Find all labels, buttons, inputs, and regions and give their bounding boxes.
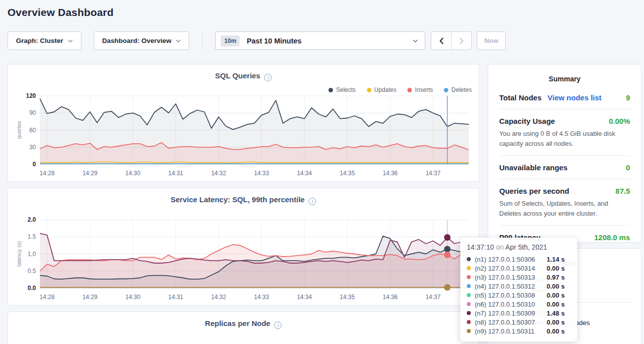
tooltip-row: (n4) 127.0.0.1:503120.00 s bbox=[467, 282, 571, 291]
svg-text:1.0: 1.0 bbox=[27, 251, 36, 258]
tooltip-row: (n2) 127.0.0.1:503140.00 s bbox=[467, 264, 571, 273]
series-dot bbox=[467, 266, 471, 270]
series-dot bbox=[467, 257, 471, 261]
svg-text:14:37: 14:37 bbox=[425, 294, 440, 301]
svg-text:14:29: 14:29 bbox=[82, 294, 97, 301]
svg-text:14:28: 14:28 bbox=[39, 170, 54, 177]
qps-desc: Sum of Selects, Updates, Inserts, and De… bbox=[499, 199, 630, 218]
svg-text:1.5: 1.5 bbox=[27, 233, 36, 240]
tooltip-timestamp: 14:37:10 on Apr 5th, 2021 bbox=[467, 243, 571, 251]
svg-text:120: 120 bbox=[26, 92, 36, 99]
tooltip-row: (n3) 127.0.0.1:503130.97 s bbox=[467, 273, 571, 282]
info-icon[interactable]: i bbox=[309, 198, 316, 205]
sql-queries-panel: SQL Queriesi Selects Updates Inserts Del… bbox=[7, 64, 479, 182]
summary-row-capacity-usage: Capacity Usage 0.00% You are using 0 B o… bbox=[499, 109, 630, 156]
chevron-down-icon bbox=[68, 39, 73, 42]
svg-text:14:35: 14:35 bbox=[340, 294, 355, 301]
replicas-per-node-panel: Replicas per Nodei bbox=[7, 312, 479, 344]
tooltip-row: (n5) 127.0.0.1:503080.00 s bbox=[467, 291, 571, 300]
svg-text:0: 0 bbox=[32, 161, 36, 168]
svg-text:latency (s): latency (s) bbox=[16, 241, 22, 267]
svg-text:14:36: 14:36 bbox=[382, 170, 397, 177]
chevron-right-icon bbox=[459, 37, 464, 44]
svg-text:30: 30 bbox=[29, 144, 36, 151]
series-dot bbox=[467, 320, 471, 324]
svg-text:90: 90 bbox=[29, 109, 36, 116]
view-nodes-list-link[interactable]: View nodes list bbox=[548, 93, 602, 102]
now-button[interactable]: Now bbox=[477, 31, 506, 50]
chart-hover-tooltip: 14:37:10 on Apr 5th, 2021 (n1) 127.0.0.1… bbox=[460, 238, 577, 342]
p99-latency-value: 1208.0 ms bbox=[594, 233, 630, 242]
series-dot bbox=[467, 302, 471, 306]
dashboard-selector-dropdown[interactable]: Dashboard: Overview bbox=[94, 31, 190, 50]
svg-text:queries: queries bbox=[16, 121, 22, 139]
service-latency-panel: Service Latency: SQL, 99th percentilei 0… bbox=[7, 188, 479, 306]
unavailable-ranges-value: 0 bbox=[626, 163, 630, 172]
service-latency-chart[interactable]: 0.00.51.01.52.014:2814:2914:3014:3114:32… bbox=[14, 215, 474, 304]
tooltip-row: (n1) 127.0.0.1:503061.14 s bbox=[467, 255, 571, 264]
svg-text:14:31: 14:31 bbox=[168, 170, 183, 177]
capacity-usage-desc: You are using 0 B of 4.5 GiB usable disk… bbox=[499, 129, 630, 148]
svg-text:14:33: 14:33 bbox=[254, 294, 269, 301]
tooltip-row: (n9) 127.0.0.1:503110.00 s bbox=[467, 327, 571, 336]
chevron-down-icon bbox=[413, 39, 418, 42]
replicas-per-node-title: Replicas per Nodei bbox=[14, 318, 473, 329]
toolbar: Graph: Cluster Dashboard: Overview 10m P… bbox=[7, 31, 642, 50]
series-dot bbox=[467, 329, 471, 333]
tooltip-row: (n8) 127.0.0.1:503070.00 s bbox=[467, 318, 571, 327]
summary-row-total-nodes: Total Nodes View nodes list 9 bbox=[499, 86, 630, 109]
svg-text:14:31: 14:31 bbox=[168, 294, 183, 301]
series-dot bbox=[467, 293, 471, 297]
svg-text:14:32: 14:32 bbox=[211, 170, 226, 177]
charts-column: SQL Queriesi Selects Updates Inserts Del… bbox=[7, 64, 479, 344]
svg-text:2.0: 2.0 bbox=[27, 216, 36, 223]
time-range-picker[interactable]: 10m Past 10 Minutes bbox=[215, 31, 425, 50]
summary-title: Summary bbox=[499, 64, 630, 86]
svg-text:60: 60 bbox=[29, 127, 36, 134]
time-prev-button[interactable] bbox=[431, 32, 451, 49]
tooltip-row: (n6) 127.0.0.1:503100.00 s bbox=[467, 300, 571, 309]
info-icon[interactable]: i bbox=[264, 74, 272, 81]
toolbar-divider bbox=[202, 32, 203, 50]
chevron-left-icon bbox=[439, 37, 444, 44]
info-icon[interactable]: i bbox=[274, 322, 282, 329]
time-next-button[interactable] bbox=[451, 32, 471, 49]
tooltip-rows: (n1) 127.0.0.1:503061.14 s(n2) 127.0.0.1… bbox=[467, 255, 571, 336]
time-range-badge: 10m bbox=[221, 35, 240, 46]
svg-text:14:30: 14:30 bbox=[125, 170, 140, 177]
total-nodes-value: 9 bbox=[626, 93, 630, 102]
svg-text:14:32: 14:32 bbox=[211, 294, 226, 301]
svg-text:0.5: 0.5 bbox=[27, 268, 36, 275]
series-dot bbox=[467, 311, 471, 315]
overview-dashboard-page: Overview Dashboard Graph: Cluster Dashbo… bbox=[0, 0, 644, 344]
graph-selector-label: Graph: Cluster bbox=[16, 37, 63, 44]
svg-text:14:36: 14:36 bbox=[382, 294, 397, 301]
dashboard-selector-label: Dashboard: Overview bbox=[102, 37, 172, 44]
time-nav-group bbox=[431, 31, 472, 50]
svg-text:14:34: 14:34 bbox=[297, 170, 312, 177]
svg-text:14:30: 14:30 bbox=[125, 294, 140, 301]
page-title: Overview Dashboard bbox=[7, 6, 642, 18]
sql-queries-title: SQL Queriesi bbox=[14, 70, 473, 81]
qps-value: 87.5 bbox=[616, 187, 630, 195]
svg-text:14:28: 14:28 bbox=[39, 294, 54, 301]
chevron-down-icon bbox=[176, 39, 181, 42]
series-dot bbox=[467, 284, 471, 288]
svg-text:14:35: 14:35 bbox=[340, 170, 355, 177]
svg-text:14:29: 14:29 bbox=[82, 170, 97, 177]
svg-text:0.0: 0.0 bbox=[27, 285, 36, 292]
svg-text:14:37: 14:37 bbox=[425, 170, 440, 177]
time-range-label: Past 10 Minutes bbox=[247, 37, 413, 45]
capacity-usage-value: 0.00% bbox=[609, 117, 630, 125]
summary-panel: Summary Total Nodes View nodes list 9 Ca… bbox=[488, 64, 642, 243]
graph-selector-dropdown[interactable]: Graph: Cluster bbox=[7, 31, 81, 50]
summary-row-qps: Queries per second 87.5 Sum of Selects, … bbox=[499, 179, 630, 226]
series-dot bbox=[467, 275, 471, 279]
sql-queries-chart[interactable]: 030609012014:2814:2914:3014:3114:3214:33… bbox=[14, 91, 474, 180]
service-latency-title: Service Latency: SQL, 99th percentilei bbox=[14, 194, 473, 205]
svg-text:14:34: 14:34 bbox=[297, 294, 312, 301]
tooltip-row: (n7) 127.0.0.1:503091.48 s bbox=[467, 309, 571, 318]
summary-row-unavailable-ranges: Unavailable ranges 0 bbox=[499, 156, 630, 179]
svg-text:14:33: 14:33 bbox=[254, 170, 269, 177]
